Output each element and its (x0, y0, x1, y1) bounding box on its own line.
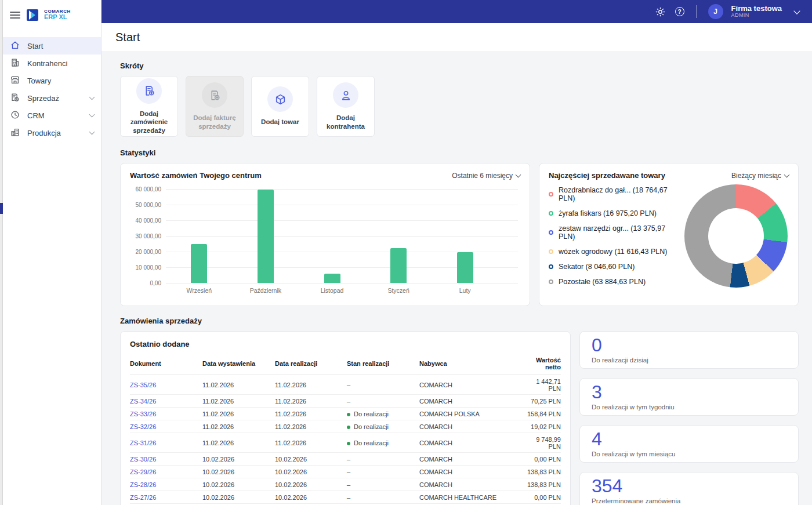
y-axis-tick-label: 30 000,00 (130, 233, 161, 239)
legend-label: żyrafa fiskars (16 975,20 PLN) (559, 209, 657, 217)
sidebar-item-kontrahenci[interactable]: Kontrahenci (3, 55, 101, 72)
realization-date: 10.02.2026 (275, 466, 347, 478)
table-row[interactable]: ZS-29/2610.02.202610.02.2026–COMARCH138,… (130, 466, 561, 478)
buyer: COMARCH (419, 453, 524, 466)
sidebar-item-sprzeda-[interactable]: Sprzedaż (3, 89, 101, 107)
legend-ring-icon (549, 211, 553, 216)
shortcut-label: Dodaj kontrahenta (317, 114, 374, 130)
realization-date: 11.02.2026 (275, 433, 347, 453)
orders-row: Ostatnio dodane DokumentData wystawienia… (120, 331, 799, 505)
cube-icon (267, 86, 293, 112)
table-row[interactable]: ZS-27/2610.02.202610.02.2026–COMARCH HEA… (130, 491, 561, 504)
donut-chart (684, 184, 788, 288)
issue-date: 10.02.2026 (202, 491, 275, 504)
recent-orders-card: Ostatnio dodane DokumentData wystawienia… (120, 331, 571, 505)
status-empty: – (347, 456, 350, 463)
summary-value: 4 (592, 429, 786, 449)
summary-card-3[interactable]: 4Do realizacji w tym miesiącu (579, 425, 799, 463)
net-value: 9 748,99 PLN (524, 433, 561, 453)
table-row[interactable]: ZS-34/2611.02.202611.02.2026–COMARCH70,2… (130, 395, 561, 408)
table-row[interactable]: ZS-33/2611.02.202611.02.2026Do realizacj… (130, 408, 561, 420)
legend-item: Pozostałe (63 884,63 PLN) (549, 278, 681, 286)
document-link[interactable]: ZS-35/26 (130, 382, 156, 388)
realization-status: – (347, 453, 419, 466)
realization-date: 10.02.2026 (275, 478, 347, 491)
document-link[interactable]: ZS-27/26 (130, 494, 156, 501)
chevron-down-icon[interactable] (793, 8, 800, 14)
summary-card-1[interactable]: 0Do realizacji dzisiaj (579, 331, 799, 369)
realization-date: 11.02.2026 (275, 395, 347, 408)
realization-status: – (347, 478, 419, 491)
summary-label: Do realizacji dzisiaj (592, 357, 786, 364)
gridline (166, 205, 518, 205)
status-text: Do realizacji (354, 410, 389, 417)
shortcut-dodaj-kontrahenta[interactable]: Dodaj kontrahenta (317, 76, 375, 137)
table-row[interactable]: ZS-35/2611.02.202611.02.2026–COMARCH1 44… (130, 375, 561, 395)
sidebar-item-label: Sprzedaż (27, 94, 59, 103)
issue-date: 11.02.2026 (202, 395, 275, 408)
summary-card-2[interactable]: 3Do realizacji w tym tygodniu (579, 378, 799, 416)
sidebar-item-crm[interactable]: CRM (3, 107, 101, 124)
orders-summary-column: 0Do realizacji dzisiaj3Do realizacji w t… (579, 331, 799, 505)
status-text: Do realizacji (354, 423, 389, 430)
document-link[interactable]: ZS-32/26 (130, 423, 156, 430)
sidebar-item-start[interactable]: Start (3, 37, 101, 55)
comarch-logo: COMARCH ERP XL (26, 8, 71, 22)
buyer: COMARCH HEALTHCARE (419, 491, 524, 504)
sidebar-item-towary[interactable]: Towary (3, 72, 101, 89)
status-empty: – (347, 481, 350, 488)
home-icon (10, 40, 20, 52)
orders-value-chart-card: Wartość zamówień Twojego centrum Ostatni… (120, 163, 530, 306)
realization-status: Do realizacji (347, 408, 419, 420)
column-header-4: Stan realizacji (347, 353, 419, 375)
main-content: Skróty Dodaj zamówienie sprzedażyDodaj f… (102, 51, 812, 505)
summary-label: Do realizacji w tym tygodniu (592, 404, 786, 410)
comarch-logo-mark (26, 8, 40, 22)
menu-hamburger-icon[interactable] (10, 10, 20, 20)
document-link[interactable]: ZS-31/26 (130, 439, 156, 446)
company-name: Firma testowa (731, 5, 782, 13)
background-window-accent (0, 203, 3, 214)
gridline (166, 220, 518, 221)
net-value: 158,84 PLN (524, 408, 561, 420)
chevron-down-icon (89, 129, 95, 135)
x-axis-category-label: Styczeń (387, 287, 409, 294)
summary-card-4[interactable]: 354Przeterminowane zamówienia (579, 472, 799, 505)
bar-chart-period-dropdown[interactable]: Ostatnie 6 miesięcy (452, 172, 520, 180)
building-icon (10, 57, 20, 70)
avatar[interactable]: J (708, 4, 723, 19)
sidebar-nav: StartKontrahenciTowarySprzedażCRMProdukc… (3, 37, 101, 141)
realization-date: 10.02.2026 (275, 453, 347, 466)
document-link[interactable]: ZS-33/26 (130, 410, 156, 417)
settings-gear-icon[interactable] (654, 5, 667, 18)
document-link[interactable]: ZS-30/26 (130, 456, 156, 463)
bar-październik (258, 190, 274, 283)
table-row[interactable]: ZS-28/2610.02.202610.02.2026–COMARCH138,… (130, 478, 561, 491)
shortcut-dodaj-zamówienie-sprzedaży[interactable]: Dodaj zamówienie sprzedaży (120, 76, 178, 137)
section-label-orders: Zamówienia sprzedaży (120, 317, 799, 325)
shortcut-dodaj-towar[interactable]: Dodaj towar (251, 76, 309, 137)
document-link[interactable]: ZS-34/26 (130, 398, 156, 405)
user-menu[interactable]: Firma testowa ADMIN (731, 5, 782, 19)
realization-status: – (347, 491, 419, 504)
document-plus-icon (202, 82, 227, 108)
table-row[interactable]: ZS-30/2610.02.202610.02.2026–COMARCH0,00… (130, 453, 561, 466)
legend-ring-icon (549, 249, 553, 254)
document-link[interactable]: ZS-29/26 (130, 468, 156, 475)
table-row[interactable]: ZS-31/2611.02.202611.02.2026Do realizacj… (130, 433, 561, 453)
sidebar-item-produkcja[interactable]: Produkcja (3, 124, 101, 141)
shortcut-label: Dodaj towar (258, 118, 303, 126)
document-clock-icon (10, 92, 20, 104)
table-row[interactable]: ZS-32/2611.02.202611.02.2026Do realizacj… (130, 420, 561, 433)
bar-styczeń (390, 248, 407, 283)
document-plus-icon (136, 78, 162, 104)
help-icon[interactable]: ? (675, 7, 684, 16)
legend-label: Rozdrabniacz do gał... (18 764,67 PLN) (559, 186, 681, 202)
donut-chart-period-dropdown[interactable]: Bieżący miesiąc (731, 172, 789, 180)
column-header-6: Wartość netto (524, 353, 561, 375)
sidebar-item-label: CRM (27, 111, 45, 120)
section-label-statistics: Statystyki (120, 148, 799, 157)
buyer: COMARCH (419, 420, 524, 433)
document-link[interactable]: ZS-28/26 (130, 481, 156, 488)
realization-date: 11.02.2026 (275, 408, 347, 420)
